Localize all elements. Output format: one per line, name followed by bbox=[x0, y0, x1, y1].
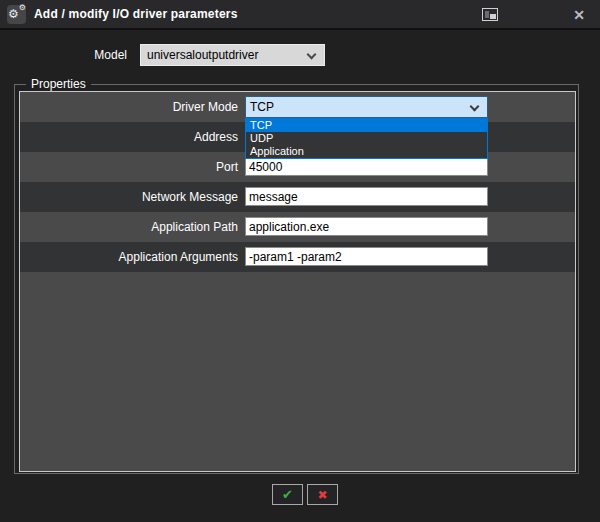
close-icon[interactable]: ✕ bbox=[569, 6, 589, 24]
chevron-down-icon bbox=[470, 102, 480, 112]
properties-groupbox: Properties Driver Mode TCP TCP UDP Appli… bbox=[14, 84, 579, 474]
chevron-down-icon bbox=[307, 50, 317, 60]
properties-group-label: Properties bbox=[26, 77, 91, 91]
property-row-application-arguments: Application Arguments bbox=[20, 242, 575, 272]
float-window-icon[interactable] bbox=[482, 8, 498, 21]
driver-mode-dropdown: TCP UDP Application bbox=[245, 118, 488, 159]
title-bar: ⚙ ⚙ Add / modify I/O driver parameters ✕ bbox=[0, 0, 600, 30]
port-label: Port bbox=[20, 152, 238, 182]
application-arguments-label: Application Arguments bbox=[20, 242, 238, 272]
driver-mode-label: Driver Mode bbox=[20, 92, 238, 122]
application-arguments-input[interactable] bbox=[245, 247, 488, 266]
cancel-button[interactable]: ✖ bbox=[307, 484, 338, 505]
driver-mode-select[interactable]: TCP bbox=[245, 96, 488, 118]
properties-grid: Driver Mode TCP TCP UDP Application Addr… bbox=[19, 91, 576, 472]
gears-icon: ⚙ ⚙ bbox=[7, 5, 26, 24]
ok-button[interactable]: ✔ bbox=[272, 484, 303, 505]
model-select[interactable]: universaloutputdriver bbox=[140, 44, 325, 66]
property-row-driver-mode: Driver Mode TCP TCP UDP Application bbox=[20, 92, 575, 122]
driver-parameters-dialog: ⚙ ⚙ Add / modify I/O driver parameters ✕… bbox=[0, 0, 600, 522]
property-row-application-path: Application Path bbox=[20, 212, 575, 242]
window-title: Add / modify I/O driver parameters bbox=[34, 7, 238, 21]
dropdown-option-tcp[interactable]: TCP bbox=[246, 119, 487, 132]
network-message-input[interactable] bbox=[245, 187, 488, 206]
model-label: Model bbox=[0, 44, 127, 66]
property-row-network-message: Network Message bbox=[20, 182, 575, 212]
network-message-label: Network Message bbox=[20, 182, 238, 212]
driver-mode-value: TCP bbox=[250, 100, 274, 114]
application-path-input[interactable] bbox=[245, 217, 488, 236]
dropdown-option-application[interactable]: Application bbox=[246, 145, 487, 158]
port-input[interactable] bbox=[245, 157, 488, 176]
application-path-label: Application Path bbox=[20, 212, 238, 242]
check-icon: ✔ bbox=[282, 487, 293, 502]
dropdown-option-udp[interactable]: UDP bbox=[246, 132, 487, 145]
cross-icon: ✖ bbox=[317, 488, 327, 502]
address-label: Address bbox=[20, 122, 238, 152]
model-select-value: universaloutputdriver bbox=[147, 48, 258, 62]
